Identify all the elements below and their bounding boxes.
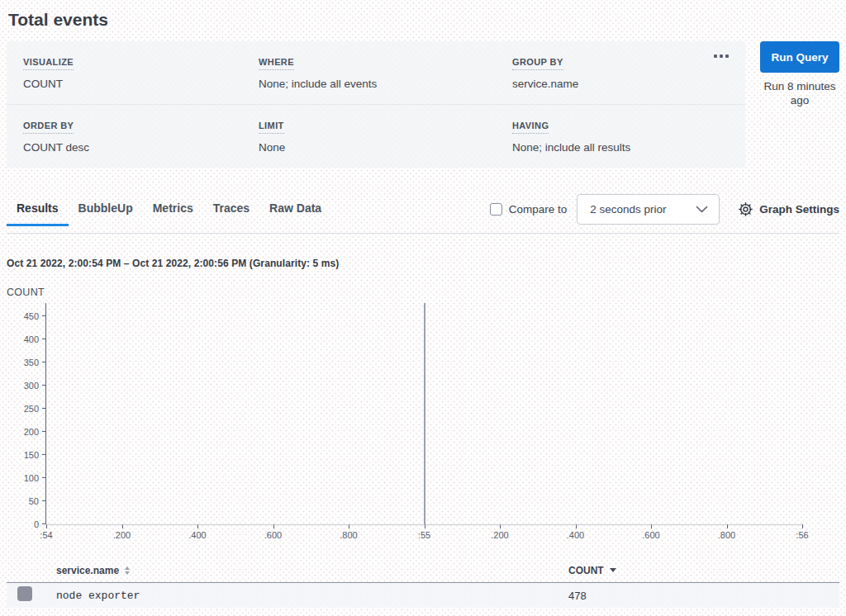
order-by-label: ORDER BY (23, 121, 74, 134)
y-axis-tick-mark (42, 339, 46, 339)
tabs: Results BubbleUp Metrics Traces Raw Data (7, 201, 331, 225)
y-axis-tick-mark (42, 477, 46, 478)
compare-to-label: Compare to (509, 203, 568, 216)
graph-settings-label: Graph Settings (759, 203, 839, 216)
x-axis-tick-mark (802, 524, 803, 528)
x-axis-tick-label: .600 (264, 530, 282, 540)
y-axis-tick-mark (42, 431, 46, 432)
chart-plot: 050100150200250300350400450:54.200.400.6… (45, 303, 802, 524)
compare-to-checkbox[interactable] (490, 203, 502, 216)
y-axis-tick-mark (42, 385, 46, 386)
y-axis-tick-mark (42, 408, 46, 409)
last-run-status: Run 8 minutes ago (760, 80, 839, 108)
y-axis-tick-mark (42, 454, 46, 455)
results-tab-bar: Results BubbleUp Metrics Traces Raw Data… (7, 194, 839, 234)
sort-desc-icon[interactable] (610, 568, 616, 572)
visualize-label: VISUALIZE (23, 57, 74, 70)
x-axis-tick-label: .400 (567, 530, 584, 540)
x-axis-tick-label: :56 (796, 530, 808, 540)
query-builder-panel: VISUALIZE COUNT WHERE None; include all … (7, 41, 745, 168)
having-value[interactable]: None; include all results (512, 141, 729, 154)
time-range-text: Oct 21 2022, 2:00:54 PM – Oct 21 2022, 2… (7, 258, 839, 269)
order-by-clause[interactable]: ORDER BY COUNT desc (23, 117, 259, 154)
tab-metrics[interactable]: Metrics (143, 201, 203, 226)
group-by-value[interactable]: service.name (512, 78, 729, 90)
y-axis-tick-label: 450 (24, 311, 39, 321)
tab-raw-data[interactable]: Raw Data (259, 201, 331, 226)
y-axis-tick-label: 0 (34, 519, 39, 529)
where-clause[interactable]: WHERE None; include all events (259, 54, 512, 90)
y-axis-tick-label: 200 (24, 427, 39, 437)
group-by-clause[interactable]: GROUP BY service.name (512, 54, 729, 90)
series-color-swatch (17, 586, 32, 601)
y-axis-tick-mark (42, 500, 46, 501)
tab-traces[interactable]: Traces (203, 201, 259, 226)
run-query-button[interactable]: Run Query (760, 41, 839, 73)
x-axis-tick-label: :55 (418, 530, 430, 540)
gear-icon (738, 201, 753, 217)
chart-axis-title: COUNT (7, 287, 839, 298)
y-axis-tick-mark (42, 362, 46, 362)
limit-value[interactable]: None (259, 141, 512, 154)
results-summary-table: service.name COUNT node exporter 478 (7, 558, 839, 608)
x-axis-tick-label: .800 (718, 530, 735, 540)
visualize-clause[interactable]: VISUALIZE COUNT (23, 54, 259, 90)
graph-settings-button[interactable]: Graph Settings (738, 201, 839, 217)
having-label: HAVING (512, 121, 549, 134)
x-axis-tick-label: .400 (188, 530, 206, 540)
where-label: WHERE (259, 57, 294, 70)
x-axis-tick-label: .200 (491, 530, 508, 540)
service-name-cell: node exporter (43, 590, 562, 602)
x-axis-tick-label: :54 (40, 530, 52, 540)
count-chart[interactable]: 050100150200250300350400450:54.200.400.6… (7, 299, 839, 544)
column-header-service-name[interactable]: service.name (43, 565, 562, 576)
limit-label: LIMIT (259, 121, 284, 134)
compare-range-select[interactable]: 2 seconds prior (577, 194, 720, 225)
where-value[interactable]: None; include all events (259, 78, 512, 90)
query-builder-row-2: ORDER BY COUNT desc LIMIT None HAVING No… (7, 104, 745, 168)
x-axis-tick-label: .600 (642, 530, 659, 540)
page-title: Total events (8, 10, 839, 30)
chevron-down-icon (696, 206, 708, 213)
query-menu-kebab-icon[interactable] (711, 51, 732, 61)
y-axis-tick-label: 400 (24, 334, 39, 344)
order-by-value[interactable]: COUNT desc (23, 141, 259, 154)
query-builder-row-1: VISUALIZE COUNT WHERE None; include all … (7, 41, 745, 104)
query-actions: Run Query Run 8 minutes ago (760, 41, 839, 108)
column-header-count[interactable]: COUNT (562, 565, 839, 576)
y-axis-tick-mark (42, 315, 46, 316)
series-spike (424, 303, 425, 524)
y-axis-tick-label: 300 (24, 381, 39, 391)
visualize-value[interactable]: COUNT (23, 78, 259, 90)
query-section: VISUALIZE COUNT WHERE None; include all … (7, 41, 839, 168)
tab-results[interactable]: Results (7, 201, 69, 226)
x-axis-tick-label: .200 (113, 530, 131, 540)
y-axis-tick-label: 350 (24, 358, 39, 367)
x-axis-tick-label: .800 (340, 530, 357, 540)
y-axis-tick-label: 100 (24, 473, 39, 483)
count-cell: 478 (562, 590, 839, 602)
compare-range-value: 2 seconds prior (590, 203, 666, 216)
table-body: node exporter 478 (7, 582, 839, 608)
sort-toggle-icon[interactable] (125, 566, 130, 575)
y-axis-tick-label: 250 (24, 404, 39, 414)
y-axis-tick-label: 50 (29, 496, 39, 506)
having-clause[interactable]: HAVING None; include all results (512, 117, 729, 154)
limit-clause[interactable]: LIMIT None (259, 117, 512, 154)
tab-bubbleup[interactable]: BubbleUp (69, 201, 143, 226)
table-header-row: service.name COUNT (7, 558, 839, 582)
table-row[interactable]: node exporter 478 (7, 583, 839, 608)
y-axis-tick-label: 150 (24, 450, 39, 460)
graph-controls: Compare to 2 seconds prior Graph Setting… (490, 194, 839, 233)
group-by-label: GROUP BY (512, 57, 563, 70)
